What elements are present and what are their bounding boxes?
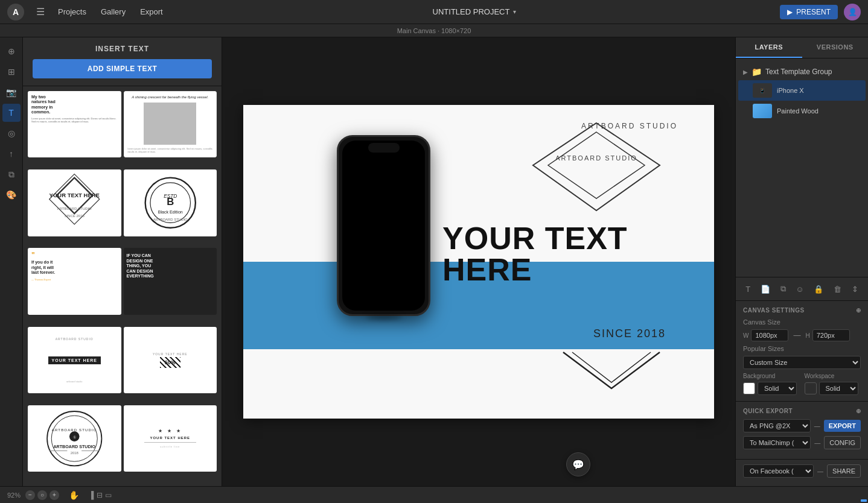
sidebar-item-text[interactable]: T (2, 104, 21, 122)
workspace-color-swatch[interactable] (805, 382, 817, 394)
phone-mockup (337, 135, 430, 316)
grid-view-icon[interactable]: ▭ (105, 491, 112, 499)
present-icon: ▶ (787, 8, 793, 16)
svg-text:①: ① (73, 435, 76, 439)
layer-expand-icon[interactable]: ⇕ (850, 283, 860, 296)
canvas-area: ARTBOARD STUDIO ARTBOARD STUDIO (222, 37, 735, 486)
canvas-settings-section: CANVAS SETTINGS ⊕ Canvas Size W — H Popu… (736, 301, 868, 402)
quick-export-expand-icon[interactable]: ⊕ (856, 408, 861, 414)
zoom-out-button[interactable]: − (25, 490, 35, 500)
template-card-striped[interactable]: YOUR TEXT HERE 50% (124, 327, 217, 393)
zoom-level: 92% (7, 492, 21, 499)
app-logo[interactable]: A (7, 4, 24, 21)
layers-list: ▶ 📁 Text Template Group 📱 iPhone X Paint… (736, 59, 868, 277)
template-card-black-edition[interactable]: ESTD B Black Edition ARTBOARD STUDIO (124, 169, 217, 236)
phone-notch (368, 143, 400, 153)
export-dash: — (814, 423, 820, 429)
single-view-icon[interactable]: ▐ (89, 491, 94, 499)
layer-lock-icon[interactable]: 🔒 (812, 283, 825, 296)
chat-icon: 💬 (572, 459, 584, 470)
popular-sizes-select[interactable]: Custom Size (743, 356, 861, 369)
workspace-solid-select[interactable]: Solid (819, 382, 858, 395)
template-card-circle-badge[interactable]: ARTBOARD STUDIO ① ARTBOARD STUDIO 2018 (28, 405, 121, 472)
folder-icon: 📁 (752, 67, 762, 77)
canvas-width-input[interactable] (751, 329, 788, 341)
zoom-in-button[interactable]: + (49, 490, 59, 500)
layer-emoji-icon[interactable]: ☺ (794, 283, 805, 296)
layer-font-icon[interactable]: T (744, 283, 752, 296)
sidebar-item-layers[interactable]: ⧉ (2, 165, 21, 183)
tab-layers[interactable]: LAYERS (736, 37, 802, 58)
right-panel: LAYERS VERSIONS ▶ 📁 Text Template Group … (735, 37, 868, 486)
mailchimp-select[interactable]: To MailChimp ( (743, 436, 811, 449)
nav-projects[interactable]: Projects (52, 5, 92, 19)
tab-versions[interactable]: VERSIONS (802, 37, 869, 58)
background-inner: Solid (743, 382, 800, 395)
background-color-swatch[interactable] (743, 382, 755, 394)
layer-group-text-template[interactable]: ▶ 📁 Text Template Group (738, 63, 866, 80)
hamburger-icon[interactable]: ☰ (36, 6, 45, 17)
sidebar-item-shapes[interactable]: ◎ (2, 124, 21, 142)
template-card-quote-dark[interactable]: IF YOU CANDESIGN ONETHING, YOUCAN DESIGN… (124, 248, 217, 314)
canvas-height-input[interactable] (812, 329, 850, 341)
hand-tool-icon[interactable]: ✋ (69, 490, 79, 500)
zoom-controls: − ○ + (25, 490, 59, 500)
svg-text:SINCE 2018: SINCE 2018 (65, 214, 85, 218)
canvas-settings-expand-icon[interactable]: ⊕ (856, 307, 861, 314)
export-button[interactable]: EXPORT (824, 420, 861, 432)
present-button[interactable]: ▶ PRESENT (780, 5, 838, 19)
template-card-editorial[interactable]: My twonatures hadmemory incommon. Lorem … (28, 91, 121, 157)
export-mailchimp-row: To MailChimp ( — CONFIG (743, 436, 861, 449)
config-button[interactable]: CONFIG (824, 436, 861, 449)
canvas-size-label: Canvas Size (743, 318, 780, 326)
layer-copy-icon[interactable]: ⧉ (779, 282, 788, 296)
workspace-col: Workspace Solid (805, 373, 861, 395)
share-button[interactable]: SHARE (827, 464, 861, 478)
layer-trash-icon[interactable]: 🗑 (832, 283, 843, 296)
facebook-select[interactable]: On Facebook ( (743, 464, 814, 478)
svg-text:YOUR TEXT HERE: YOUR TEXT HERE (49, 192, 100, 198)
canvas-settings-title: CANVAS SETTINGS ⊕ (743, 307, 861, 314)
layer-item-painted-wood[interactable]: Painted Wood (738, 101, 866, 121)
template-card-badge[interactable]: YOUR TEXT HERE ARTBOARD STUDIO SINCE 201… (28, 169, 121, 236)
sidebar-item-photo[interactable]: 📷 (2, 83, 21, 101)
nav-export[interactable]: Export (134, 5, 169, 19)
title-chevron-icon[interactable]: ▾ (513, 8, 516, 15)
layer-item-iphone[interactable]: 📱 iPhone X (738, 80, 866, 101)
insert-panel-header: INSERT TEXT ADD SIMPLE TEXT (23, 37, 222, 86)
template-card-label-white[interactable]: ARTBOARD STUDIO YOUR TEXT HERE artboard … (28, 327, 121, 393)
canvas-mockup: ARTBOARD STUDIO ARTBOARD STUDIO (243, 105, 714, 419)
layer-file-icon[interactable]: 📄 (759, 283, 772, 296)
bg-workspace-row: Background Solid Workspace Solid (743, 373, 861, 395)
sidebar-item-grid[interactable]: ⊞ (2, 63, 21, 81)
template-card-quote-image[interactable]: A shining crescent far beneath the flyin… (124, 91, 217, 157)
template-card-quote-light[interactable]: " If you do itright, it willlast forever… (28, 248, 121, 314)
topbar-right: ▶ PRESENT 👤 (780, 4, 861, 21)
export-format-select[interactable]: As PNG @2X (743, 419, 811, 432)
sub-topbar: Main Canvas · 1080×720 (0, 24, 868, 37)
svg-text:ARTBOARD STUDIO: ARTBOARD STUDIO (53, 444, 95, 449)
size-dash: — (793, 331, 800, 340)
topbar-menu: ☰ Projects Gallery Export (36, 5, 169, 19)
sidebar-item-brand[interactable]: 🎨 (2, 186, 21, 204)
project-title[interactable]: UNTITLED PROJECT (433, 7, 510, 16)
add-simple-text-button[interactable]: ADD SIMPLE TEXT (33, 59, 212, 78)
sidebar-item-upload[interactable]: ↑ (2, 145, 21, 163)
chat-bubble-button[interactable]: 💬 (566, 452, 590, 476)
background-solid-select[interactable]: Solid (758, 382, 797, 395)
canvas-info: Main Canvas · 1080×720 (397, 27, 471, 34)
since-text: SINCE 2018 (593, 327, 666, 340)
template-card-stars-text[interactable]: ★ ★ ★ YOUR TEXT HERE subtitle line (124, 405, 217, 472)
split-view-icon[interactable]: ⊟ (97, 491, 103, 499)
height-input-group: H (805, 329, 849, 341)
insert-panel: INSERT TEXT ADD SIMPLE TEXT My twonature… (23, 37, 222, 486)
group-chevron-icon: ▶ (743, 69, 748, 75)
workspace-label: Workspace (805, 373, 861, 379)
panel-tabs: LAYERS VERSIONS (736, 37, 868, 59)
mailchimp-dash: — (814, 440, 820, 446)
sidebar-item-home[interactable]: ⊕ (2, 42, 21, 60)
zoom-reset-button[interactable]: ○ (37, 490, 47, 500)
avatar[interactable]: 👤 (844, 4, 861, 21)
nav-gallery[interactable]: Gallery (95, 5, 132, 19)
svg-marker-21 (548, 132, 645, 198)
